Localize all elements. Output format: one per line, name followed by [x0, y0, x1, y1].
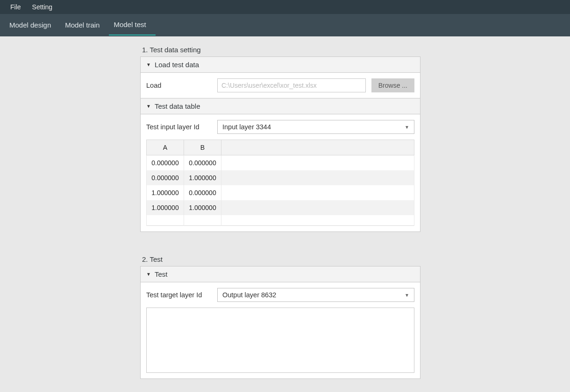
load-test-data-body: Load Browse ... [141, 73, 420, 98]
table-cell-empty [147, 215, 184, 225]
table-col-b: B [184, 140, 221, 155]
test-group-header-label: Test [155, 270, 168, 278]
table-cell-empty [184, 215, 221, 225]
menu-setting[interactable]: Setting [27, 1, 58, 13]
table-header-row: A B [147, 140, 414, 155]
section1-panel: ▼ Load test data Load Browse ... ▼ Test … [140, 56, 420, 232]
test-output-box [146, 308, 414, 373]
table-row: 0.000000 1.000000 [147, 170, 414, 185]
table-cell: 1.000000 [184, 200, 221, 215]
load-label: Load [146, 82, 212, 89]
test-data-table-header-label: Test data table [155, 102, 200, 110]
table-cell-empty [221, 215, 414, 225]
table-cell: 0.000000 [147, 155, 184, 171]
chevron-down-icon: ▼ [146, 104, 151, 109]
menubar: File Setting [0, 0, 570, 14]
browse-button[interactable]: Browse ... [371, 78, 414, 92]
load-path-input[interactable] [217, 78, 366, 92]
test-target-layer-value: Output layer 8632 [222, 291, 276, 299]
test-data-table-body: Test input layer Id Input layer 3344 ▼ A… [141, 114, 420, 231]
tab-model-test[interactable]: Model test [109, 15, 155, 35]
table-col-a: A [147, 140, 184, 155]
tab-model-design[interactable]: Model design [5, 15, 60, 35]
table-cell-empty [221, 155, 414, 171]
section2-panel: ▼ Test Test target layer Id Output layer… [140, 266, 420, 379]
table-cell: 1.000000 [147, 200, 184, 215]
test-group-body: Test target layer Id Output layer 8632 ▼ [141, 282, 420, 378]
table-row: 1.000000 1.000000 [147, 200, 414, 215]
test-group-header[interactable]: ▼ Test [141, 266, 420, 282]
tabbar: Model design Model train Model test [0, 14, 570, 36]
menu-file[interactable]: File [5, 1, 27, 13]
test-target-layer-label: Test target layer Id [146, 291, 212, 299]
table-cell-empty [221, 200, 414, 215]
section2-title: 2. Test [142, 255, 561, 263]
test-data-table-header[interactable]: ▼ Test data table [141, 98, 420, 114]
test-data-table: A B 0.000000 0.000000 0.000000 [146, 140, 414, 226]
test-input-layer-label: Test input layer Id [146, 123, 212, 131]
table-row: 1.000000 0.000000 [147, 185, 414, 200]
table-cell: 0.000000 [147, 170, 184, 185]
table-cell-empty [221, 170, 414, 185]
table-cell-empty [221, 185, 414, 200]
table-cell: 1.000000 [184, 170, 221, 185]
chevron-down-icon: ▼ [405, 125, 409, 130]
table-row: 0.000000 0.000000 [147, 155, 414, 171]
table-col-rest [221, 140, 414, 155]
content-scroll[interactable]: 1. Test data setting ▼ Load test data Lo… [0, 36, 570, 392]
chevron-down-icon: ▼ [146, 62, 151, 67]
table-cell: 0.000000 [184, 155, 221, 171]
table-row-empty [147, 215, 414, 225]
test-input-layer-dropdown[interactable]: Input layer 3344 ▼ [217, 120, 414, 134]
test-target-layer-dropdown[interactable]: Output layer 8632 ▼ [217, 288, 414, 302]
table-cell: 1.000000 [147, 185, 184, 200]
load-test-data-header-label: Load test data [155, 61, 199, 69]
table-cell: 0.000000 [184, 185, 221, 200]
test-input-layer-value: Input layer 3344 [222, 123, 271, 131]
chevron-down-icon: ▼ [146, 272, 151, 277]
section1-title: 1. Test data setting [142, 46, 561, 54]
chevron-down-icon: ▼ [405, 292, 409, 297]
content: 1. Test data setting ▼ Load test data Lo… [0, 36, 561, 392]
load-test-data-header[interactable]: ▼ Load test data [141, 57, 420, 73]
tab-model-train[interactable]: Model train [60, 15, 109, 35]
